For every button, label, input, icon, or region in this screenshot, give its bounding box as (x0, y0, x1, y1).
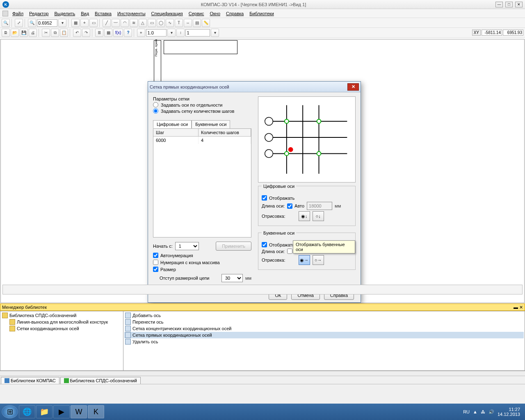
coord-x[interactable] (482, 30, 502, 36)
maximize-button[interactable]: □ (505, 2, 513, 7)
redo-icon[interactable]: ↷ (82, 29, 90, 37)
menu-file[interactable]: Файл (10, 10, 26, 17)
layer-icon[interactable]: ≣ (95, 29, 103, 37)
dropdown3-icon[interactable]: ▾ (211, 29, 219, 37)
help-icon[interactable]: ? (124, 29, 132, 37)
cell-step[interactable]: 6000 (153, 137, 199, 144)
zoom-mag-icon[interactable]: 🔍 (28, 19, 36, 27)
tool-c-icon[interactable]: ▭ (89, 19, 98, 27)
copy-icon[interactable]: ⧉ (51, 29, 59, 37)
coord-y[interactable] (503, 30, 523, 36)
spline-icon[interactable]: ∿ (166, 19, 174, 27)
tray-sound-icon[interactable]: 🔊 (488, 409, 494, 415)
polyline-icon[interactable]: ≋ (130, 19, 138, 27)
windows-taskbar: ⊞ 🌐 📁 ▶ W K RU ▲ 🖧 🔊 11:27 14.12.2013 (0, 404, 525, 420)
taskbar-word-icon[interactable]: W (71, 405, 87, 418)
chk-digit-auto[interactable]: Авто (287, 203, 304, 209)
open-icon[interactable]: 📂 (11, 29, 19, 37)
arc-icon[interactable]: ◠ (121, 19, 129, 27)
menu-tools[interactable]: Инструменты (115, 10, 148, 17)
zoom-in-icon[interactable]: 🔍 (2, 19, 10, 27)
apply-button[interactable]: Применить (216, 242, 251, 251)
shape-icon[interactable]: △ (139, 19, 147, 27)
chk-letter-auto[interactable] (287, 249, 292, 254)
taskbar-explorer-icon[interactable]: 📁 (36, 405, 52, 418)
cell-count[interactable]: 4 (199, 137, 251, 144)
tray-lang[interactable]: RU (463, 409, 470, 414)
chk-size[interactable]: Размер (153, 267, 251, 272)
close-button[interactable]: ✕ (515, 2, 523, 7)
swap-icon[interactable]: ↕ (176, 29, 185, 37)
chain-select[interactable]: 30 (221, 274, 243, 282)
tab-spds[interactable]: Библиотека СПДС-обозначений (60, 377, 141, 384)
menu-insert[interactable]: Вставка (92, 10, 114, 17)
snap-icon[interactable]: ⌖ (137, 29, 145, 37)
library-tree[interactable]: Библиотека СПДС-обозначений Линия-выноск… (0, 311, 123, 370)
steps-table[interactable]: Шаг Количество шагов 6000 4 (153, 128, 251, 237)
menu-view[interactable]: Вид (78, 10, 91, 17)
menu-service[interactable]: Сервис (186, 10, 207, 17)
dim-icon[interactable]: ↔ (184, 19, 192, 27)
tab-kompas-libs[interactable]: Библиотеки КОМПАС (1, 377, 59, 384)
new-icon[interactable]: 🗎 (2, 29, 10, 37)
undo-icon[interactable]: ↶ (73, 29, 81, 37)
dialog-close-button[interactable]: ✕ (347, 83, 359, 91)
menu-edit[interactable]: Редактор (27, 10, 51, 17)
grid-icon[interactable]: ▦ (104, 29, 112, 37)
dropdown2-icon[interactable]: ▾ (167, 29, 176, 37)
line-icon[interactable]: ╱ (103, 19, 111, 27)
chk-num-end[interactable]: Нумерация с конца массива (153, 260, 251, 265)
menu-select[interactable]: Выделить (52, 10, 78, 17)
fx-icon[interactable]: f(x) (113, 29, 123, 37)
tray-flag-icon[interactable]: ▲ (473, 409, 477, 414)
zoom-fit-icon[interactable]: ⤢ (15, 19, 23, 27)
tray-net-icon[interactable]: 🖧 (481, 409, 485, 414)
circle-icon[interactable]: ◯ (157, 19, 165, 27)
app-icon: K (2, 1, 9, 8)
radio-steps[interactable]: Задавать сетку количеством шагов (153, 108, 251, 114)
zoom-input[interactable] (37, 19, 57, 27)
dropdown-icon[interactable]: ▾ (58, 19, 66, 27)
chk-autonum[interactable]: Автонумерация (153, 253, 251, 258)
menu-libs[interactable]: Библиотеки (247, 10, 276, 17)
chk-digit-show[interactable]: Отображать (262, 195, 352, 201)
library-close-icon[interactable]: ▬ ✕ (514, 305, 523, 310)
tab-digit-axes[interactable]: Цифровые оси (153, 120, 192, 128)
digit-render-opt2[interactable]: ○↓ (313, 211, 324, 221)
letter-render-opt1[interactable]: ◉→ (299, 255, 310, 265)
taskbar-kompas-icon[interactable]: K (88, 405, 104, 418)
curve-icon[interactable]: 〰 (112, 19, 120, 27)
tool-a-icon[interactable]: ▦ (71, 19, 80, 27)
menu-help[interactable]: Справка (224, 10, 246, 17)
library-title: Менеджер библиотек (2, 305, 47, 310)
print-icon[interactable]: 🖨 (29, 29, 37, 37)
taskbar-media-icon[interactable]: ▶ (53, 405, 70, 418)
folder-icon (2, 313, 8, 318)
library-list[interactable]: Добавить ось Перенести ось Сетка концент… (123, 311, 525, 370)
val1-input[interactable] (146, 29, 167, 37)
menu-window[interactable]: Окно (207, 10, 223, 17)
system-tray[interactable]: RU ▲ 🖧 🔊 11:27 14.12.2013 (463, 407, 523, 417)
taskbar-ie-icon[interactable]: 🌐 (19, 405, 35, 418)
menu-spec[interactable]: Спецификация (149, 10, 185, 17)
hatch-icon[interactable]: ▤ (193, 19, 201, 27)
paste-icon[interactable]: 📋 (60, 29, 68, 37)
start-label: Начать с: (153, 244, 173, 249)
start-select[interactable]: 1 (175, 242, 199, 250)
val2-input[interactable] (185, 29, 210, 37)
measure-icon[interactable]: 📏 (202, 19, 210, 27)
toolbar-2: 🗎 📂 💾 🖨 ✂ ⧉ 📋 ↶ ↷ ≣ ▦ f(x) ? ⌖ ▾ ↕ ▾ XY (0, 28, 525, 38)
radio-individual[interactable]: Задавать оси по отдельности (153, 102, 251, 107)
digit-render-opt1[interactable]: ◉↓ (299, 211, 310, 221)
menu-icon[interactable] (2, 11, 8, 16)
tab-letter-axes[interactable]: Буквенные оси (192, 120, 230, 128)
digit-axislen-input[interactable] (307, 202, 332, 210)
rect-icon[interactable]: ▭ (148, 19, 156, 27)
save-icon[interactable]: 💾 (20, 29, 28, 37)
minimize-button[interactable]: — (495, 2, 503, 7)
cut-icon[interactable]: ✂ (42, 29, 50, 37)
text-icon[interactable]: T (175, 19, 183, 27)
letter-render-opt2[interactable]: ○→ (313, 255, 324, 265)
start-button[interactable]: ⊞ (2, 405, 18, 418)
tool-b-icon[interactable]: + (80, 19, 89, 27)
